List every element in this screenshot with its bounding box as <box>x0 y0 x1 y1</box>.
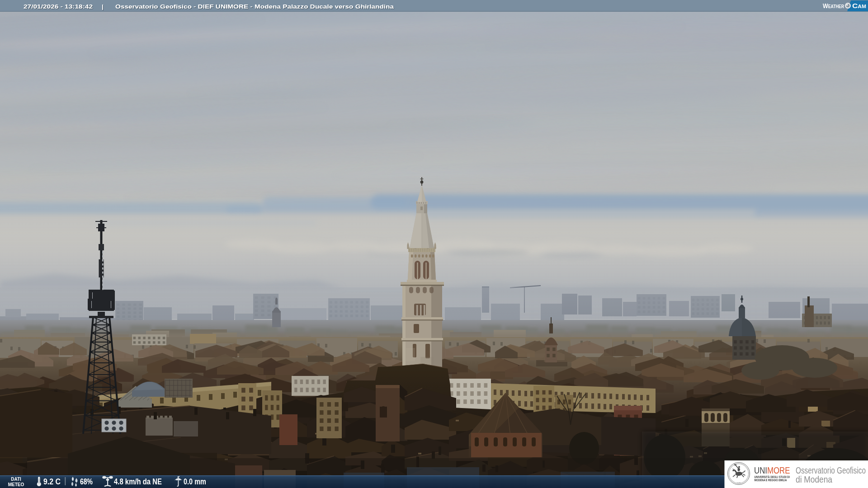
svg-text:|: | <box>102 3 104 10</box>
svg-text:68%: 68% <box>80 477 93 486</box>
svg-text:MODENA E REGGIO EMILIA: MODENA E REGGIO EMILIA <box>755 478 787 482</box>
svg-text:METEO: METEO <box>8 482 24 487</box>
svg-text:1175: 1175 <box>737 482 741 484</box>
svg-text:Osservatorio Geofisico - DIEF: Osservatorio Geofisico - DIEF UNIMORE - … <box>115 3 394 10</box>
svg-text:0.0 mm: 0.0 mm <box>184 477 206 486</box>
svg-text:UNIMORE: UNIMORE <box>754 465 790 475</box>
svg-text:27/01/2026 - 13:18:42: 27/01/2026 - 13:18:42 <box>24 3 93 10</box>
svg-text:4.8 km/h da NE: 4.8 km/h da NE <box>114 477 162 486</box>
svg-text:DATI: DATI <box>11 477 21 482</box>
svg-text:di Modena: di Modena <box>796 474 832 484</box>
svg-text:9.2 C: 9.2 C <box>43 477 61 486</box>
